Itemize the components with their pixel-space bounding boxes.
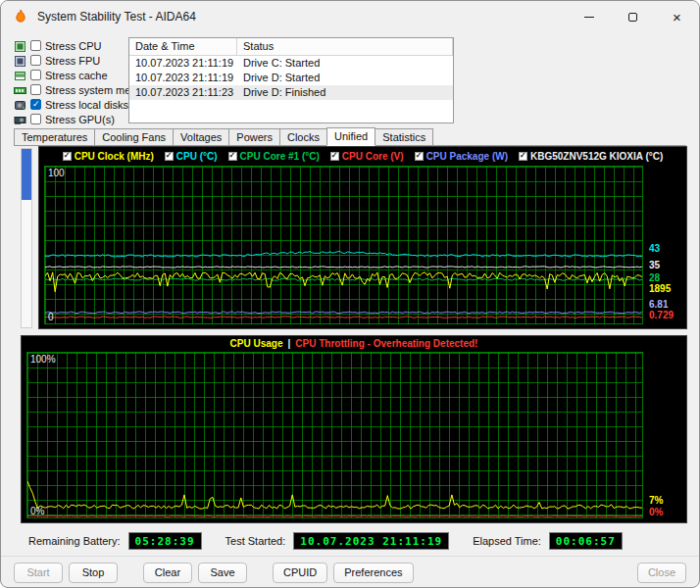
battery-value-display: 05:28:39 bbox=[128, 532, 202, 550]
disk-icon bbox=[14, 98, 26, 111]
event-log-table[interactable]: Date & Time Status 10.07.2023 21:11:19 D… bbox=[128, 37, 454, 123]
log-status: Drive C: Started bbox=[237, 56, 453, 71]
maximize-button[interactable] bbox=[611, 1, 655, 32]
throttling-warning: CPU Throttling - Overheating Detected! bbox=[295, 338, 477, 349]
cpuid-button[interactable]: CPUID bbox=[273, 563, 327, 583]
aida64-flame-icon bbox=[13, 9, 28, 24]
legend-checkbox[interactable] bbox=[415, 152, 424, 161]
legend-checkbox[interactable] bbox=[330, 152, 339, 161]
current-value-labels: 43 35 28 1895 6.81 0.729 bbox=[644, 166, 686, 324]
stress-memory-checkbox[interactable] bbox=[30, 84, 41, 95]
value-label: 43 bbox=[649, 243, 660, 254]
preferences-button[interactable]: Preferences bbox=[333, 563, 413, 583]
stress-cpu-checkbox[interactable] bbox=[30, 40, 41, 51]
test-started-label: Test Started: bbox=[225, 535, 286, 547]
graph-tabs: Temperatures Cooling Fans Voltages Power… bbox=[14, 127, 686, 146]
tab-temperatures[interactable]: Temperatures bbox=[14, 128, 95, 145]
legend-checkbox[interactable] bbox=[165, 152, 174, 161]
close-dialog-button[interactable]: Close bbox=[637, 563, 686, 583]
tab-statistics[interactable]: Statistics bbox=[375, 128, 433, 145]
legend-item[interactable]: CPU Core (V) bbox=[330, 151, 404, 162]
stress-option-disks[interactable]: Stress local disks bbox=[14, 98, 129, 111]
legend-checkbox[interactable] bbox=[519, 152, 527, 161]
legend-label: CPU Core #1 (°C) bbox=[240, 151, 320, 162]
stress-fpu-checkbox[interactable] bbox=[30, 55, 41, 66]
cpu-usage-chart: CPU Usage | CPU Throttling - Overheating… bbox=[21, 335, 687, 523]
legend-checkbox[interactable] bbox=[63, 152, 72, 161]
value-label: 0% bbox=[649, 507, 663, 517]
cpu-usage-plot-area: 100% 0% bbox=[26, 352, 643, 518]
value-label: 1895 bbox=[649, 283, 671, 294]
title-separator: | bbox=[287, 338, 290, 349]
log-datetime: 10.07.2023 21:11:19 bbox=[129, 71, 237, 85]
legend-item[interactable]: CPU Clock (MHz) bbox=[63, 151, 154, 162]
stress-disks-checkbox[interactable] bbox=[30, 99, 41, 110]
legend-label: KBG50ZNV512G KIOXIA (°C) bbox=[530, 151, 663, 162]
stop-button[interactable]: Stop bbox=[69, 563, 118, 583]
column-header-datetime[interactable]: Date & Time bbox=[129, 38, 237, 55]
stress-option-label: Stress GPU(s) bbox=[45, 114, 115, 125]
scrollbar-thumb[interactable] bbox=[22, 149, 31, 200]
gpu-icon bbox=[14, 113, 26, 125]
legend-item[interactable]: KBG50ZNV512G KIOXIA (°C) bbox=[519, 151, 663, 162]
tab-voltages[interactable]: Voltages bbox=[173, 128, 229, 145]
cache-icon bbox=[14, 69, 26, 81]
stress-option-fpu[interactable]: Stress FPU bbox=[14, 54, 129, 67]
maximize-icon bbox=[628, 13, 637, 22]
value-label: 7% bbox=[649, 495, 663, 506]
graphs-scrollbar[interactable] bbox=[21, 148, 32, 328]
cpu-usage-lines bbox=[27, 353, 642, 517]
close-button[interactable]: × bbox=[655, 1, 699, 32]
legend-item[interactable]: CPU (°C) bbox=[165, 151, 218, 162]
legend-item[interactable]: CPU Package (W) bbox=[415, 151, 508, 162]
log-status: Drive D: Started bbox=[237, 71, 453, 85]
close-icon: × bbox=[673, 10, 681, 24]
stress-option-gpu[interactable]: Stress GPU(s) bbox=[14, 113, 129, 125]
legend-checkbox[interactable] bbox=[228, 152, 237, 161]
legend-label: CPU Clock (MHz) bbox=[75, 151, 154, 162]
stress-cache-checkbox[interactable] bbox=[30, 70, 41, 80]
stress-option-label: Stress CPU bbox=[45, 40, 101, 52]
column-header-status[interactable]: Status bbox=[237, 38, 453, 55]
minimize-icon bbox=[584, 17, 594, 18]
log-datetime: 10.07.2023 21:11:23 bbox=[129, 85, 237, 100]
stress-option-memory[interactable]: Stress system memory bbox=[14, 83, 129, 96]
save-button[interactable]: Save bbox=[198, 563, 247, 583]
minimize-button[interactable] bbox=[567, 1, 611, 32]
tab-powers[interactable]: Powers bbox=[228, 128, 280, 145]
window-title: System Stability Test - AIDA64 bbox=[37, 10, 196, 24]
log-row[interactable]: 10.07.2023 21:11:23 Drive D: Finished bbox=[129, 85, 453, 100]
tab-clocks[interactable]: Clocks bbox=[279, 128, 327, 145]
log-row[interactable]: 10.07.2023 21:11:19 Drive D: Started bbox=[129, 71, 453, 85]
action-buttons: Start Stop Clear Save CPUID Preferences … bbox=[14, 562, 686, 583]
value-label: 6.81 bbox=[649, 299, 668, 310]
chart-legend: CPU Clock (MHz) CPU (°C) CPU Core #1 (°C… bbox=[39, 147, 686, 165]
stress-option-cpu[interactable]: Stress CPU bbox=[14, 39, 129, 52]
y-axis-min-label: 0 bbox=[48, 312, 54, 322]
log-status: Drive D: Finished bbox=[237, 85, 453, 100]
stress-gpu-checkbox[interactable] bbox=[30, 114, 41, 124]
tab-unified[interactable]: Unified bbox=[326, 127, 375, 146]
elapsed-time-label: Elapsed Time: bbox=[473, 535, 541, 547]
log-table-header: Date & Time Status bbox=[129, 38, 453, 56]
stress-options: Stress CPU Stress FPU Stress cache Stres… bbox=[14, 39, 129, 125]
log-row[interactable]: 10.07.2023 21:11:19 Drive C: Started bbox=[129, 56, 453, 71]
stress-option-label: Stress cache bbox=[45, 70, 108, 81]
cpu-usage-chart-title: CPU Usage | CPU Throttling - Overheating… bbox=[22, 336, 686, 351]
clear-button[interactable]: Clear bbox=[143, 563, 192, 583]
y-axis-max-label: 100 bbox=[48, 168, 65, 178]
tab-cooling-fans[interactable]: Cooling Fans bbox=[94, 128, 174, 145]
current-value-labels: 7% 0% bbox=[644, 352, 686, 518]
battery-label: Remaining Battery: bbox=[28, 535, 121, 547]
elapsed-time-display: 00:06:57 bbox=[549, 532, 623, 550]
sensor-plot-area: 100 0 bbox=[44, 166, 643, 324]
stress-option-cache[interactable]: Stress cache bbox=[14, 69, 129, 81]
legend-label: CPU Core (V) bbox=[342, 151, 404, 162]
status-bar: Remaining Battery: 05:28:39 Test Started… bbox=[28, 531, 623, 551]
titlebar: System Stability Test - AIDA64 × bbox=[1, 1, 699, 32]
fpu-icon bbox=[14, 54, 26, 67]
start-button[interactable]: Start bbox=[14, 563, 63, 583]
legend-item[interactable]: CPU Core #1 (°C) bbox=[228, 151, 320, 162]
window-controls: × bbox=[567, 1, 699, 32]
cpu-usage-title: CPU Usage bbox=[230, 338, 283, 349]
